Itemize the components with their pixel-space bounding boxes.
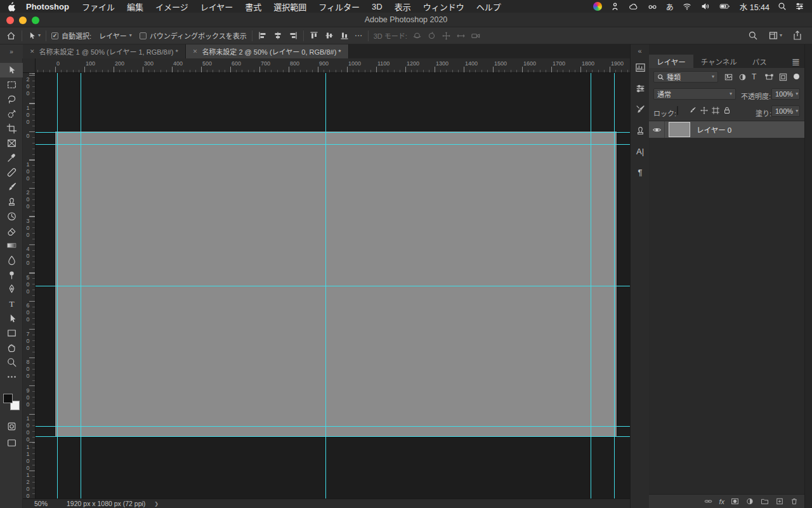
align-right-edges-icon[interactable] [288, 30, 298, 41]
opacity-dropdown[interactable]: 100% ▾ [771, 88, 800, 100]
menu-item-4[interactable]: 書式 [245, 1, 261, 13]
link-layers-icon[interactable] [704, 497, 713, 505]
align-top-edges-icon[interactable] [309, 30, 319, 41]
share-icon[interactable] [792, 30, 802, 41]
document-tab-2[interactable]: ✕名称未設定 2 @ 50% (レイヤー 0, RGB/8#) * [186, 44, 349, 58]
type-tool[interactable]: T [0, 297, 23, 311]
canvas-viewport[interactable] [36, 73, 630, 498]
menu-item-3[interactable]: レイヤー [200, 1, 233, 13]
path-select-tool[interactable] [0, 311, 23, 326]
blur-tool[interactable] [0, 253, 23, 267]
battery-menu-icon[interactable] [719, 2, 731, 11]
cloud-menu-icon[interactable] [628, 2, 639, 11]
properties-panel-icon[interactable] [631, 78, 650, 99]
input-source-menu-icon[interactable]: あ [666, 1, 674, 12]
volume-menu-icon[interactable] [700, 2, 710, 11]
filter-type-layers-icon[interactable]: T [752, 72, 756, 81]
rectangle-tool[interactable] [0, 326, 23, 340]
guide-horizontal[interactable] [36, 426, 630, 427]
control-center-menu-icon[interactable] [795, 2, 804, 11]
menu-bar-clock[interactable]: 水 15:44 [740, 1, 769, 13]
clone-source-panel-icon[interactable] [631, 120, 650, 141]
menu-item-6[interactable]: フィルター [318, 1, 360, 13]
align-horizontal-centers-icon[interactable] [273, 30, 283, 41]
dodge-tool[interactable] [0, 267, 23, 282]
person-menu-icon[interactable] [610, 2, 620, 11]
current-tool-preset[interactable]: ▾ [27, 31, 41, 41]
expand-panels-chevron[interactable]: « [631, 44, 649, 57]
spotlight-search-icon[interactable] [778, 2, 787, 11]
filter-shape-layers-icon[interactable] [764, 72, 774, 82]
gradient-tool[interactable] [0, 238, 23, 253]
color-wheel-menu-icon[interactable] [593, 2, 602, 11]
lasso-tool[interactable] [0, 92, 23, 107]
crop-tool[interactable] [0, 121, 23, 136]
layer-filter-type-dropdown[interactable]: 種類 ▾ [653, 71, 718, 83]
brush-settings-panel-icon[interactable] [631, 99, 650, 120]
foreground-color-swatch[interactable] [3, 394, 13, 403]
eraser-tool[interactable] [0, 224, 23, 238]
layer-visibility-toggle[interactable] [649, 125, 664, 135]
adjustment-layer-icon[interactable] [745, 497, 754, 505]
move-tool[interactable] [0, 63, 23, 77]
close-tab-icon[interactable]: ✕ [30, 48, 35, 55]
new-layer-icon[interactable] [775, 497, 784, 505]
zoom-level-field[interactable]: 50% [34, 500, 48, 507]
menu-item-5[interactable]: 選択範囲 [273, 1, 306, 13]
guide-horizontal[interactable] [36, 436, 630, 437]
brush-tool[interactable] [0, 180, 23, 194]
zoom-tool[interactable] [0, 355, 23, 370]
menu-item-9[interactable]: ウィンドウ [423, 1, 464, 13]
filter-smart-objects-icon[interactable] [778, 72, 788, 82]
guide-horizontal[interactable] [36, 286, 630, 286]
hand-tool[interactable] [0, 340, 23, 355]
lock-position-icon[interactable] [700, 106, 709, 115]
align-left-edges-icon[interactable] [258, 30, 268, 41]
marquee-tool[interactable] [0, 77, 23, 92]
fill-dropdown[interactable]: 100% ▾ [771, 105, 800, 117]
clone-stamp-tool[interactable] [0, 194, 23, 209]
layer-thumbnail[interactable] [669, 122, 690, 137]
glasses-menu-icon[interactable] [647, 2, 658, 11]
screen-mode-button[interactable] [0, 436, 23, 450]
panel-tab-2[interactable]: パス [745, 55, 775, 68]
toolbar-expand-chevron[interactable]: » [0, 44, 23, 58]
add-layer-mask-icon[interactable] [730, 497, 740, 505]
history-brush-tool[interactable] [0, 209, 23, 224]
close-tab-icon[interactable]: ✕ [193, 48, 198, 55]
guide-horizontal[interactable] [36, 132, 630, 133]
lock-artboard-icon[interactable] [711, 106, 720, 115]
quick-mask-button[interactable] [0, 419, 23, 433]
delete-layer-icon[interactable] [790, 497, 799, 505]
filter-adjustment-layers-icon[interactable] [738, 72, 747, 82]
ruler-origin-corner[interactable] [23, 58, 36, 73]
pen-tool[interactable] [0, 282, 23, 297]
lock-all-icon[interactable] [723, 106, 731, 115]
ruler-vertical[interactable]: 2001000100200300400500600700800900100011… [23, 73, 36, 498]
menu-item-2[interactable]: イメージ [155, 1, 188, 13]
layer-filter-toggle[interactable] [794, 74, 799, 79]
frame-tool[interactable] [0, 136, 23, 150]
more-align-options-button[interactable]: ⋯ [355, 31, 363, 40]
healing-tool[interactable] [0, 165, 23, 180]
align-vertical-centers-icon[interactable] [324, 30, 334, 41]
wifi-menu-icon[interactable] [682, 2, 692, 11]
lock-transparency-icon[interactable] [677, 107, 678, 114]
guide-horizontal[interactable] [36, 144, 630, 145]
show-bounding-box-checkbox[interactable]: バウンディングボックスを表示 [140, 30, 247, 41]
status-bar-options-chevron[interactable]: ❯ [154, 501, 159, 507]
menu-item-7[interactable]: 3D [372, 2, 383, 11]
lock-pixels-icon[interactable] [688, 106, 697, 115]
new-group-icon[interactable] [760, 497, 769, 505]
edit-toolbar-tool[interactable] [0, 370, 23, 384]
home-icon[interactable] [6, 30, 16, 41]
document-canvas[interactable] [55, 131, 617, 437]
blend-mode-dropdown[interactable]: 通常 ▾ [653, 88, 736, 100]
character-panel-icon[interactable]: A| [631, 141, 650, 162]
apple-menu-icon[interactable] [8, 2, 16, 11]
search-icon[interactable] [748, 30, 758, 41]
menu-item-1[interactable]: 編集 [127, 1, 143, 13]
ruler-horizontal[interactable]: 0100200300400500600700800900100011001200… [23, 58, 630, 73]
active-app-name[interactable]: Photoshop [26, 2, 69, 11]
panel-menu-icon[interactable]: ≣ [792, 56, 800, 68]
